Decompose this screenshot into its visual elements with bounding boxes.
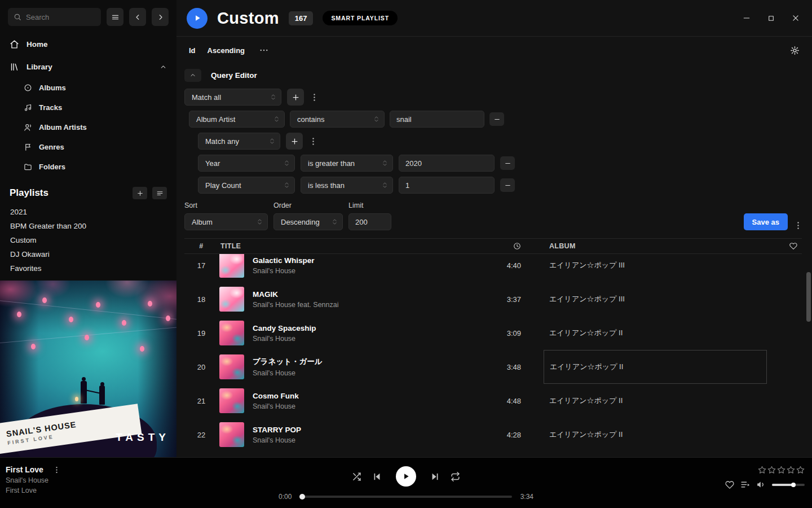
track-artist[interactable]: Snail's House <box>253 267 315 275</box>
root-match-select[interactable]: Match all <box>184 89 281 106</box>
nav-back-button[interactable] <box>129 8 146 26</box>
minimize-button[interactable] <box>743 14 751 22</box>
group-match-select[interactable]: Match any <box>198 133 280 150</box>
track-row[interactable]: 21 Cosmo Funk Snail's House 4:48 エイリアン☆ポ… <box>184 384 802 418</box>
add-group-rule-button[interactable] <box>286 133 303 150</box>
sidebar-item-albums[interactable]: Albums <box>0 78 176 98</box>
add-playlist-button[interactable] <box>133 187 147 199</box>
track-artist[interactable]: Snail's House <box>253 335 316 343</box>
order-select[interactable]: Descending <box>273 213 343 230</box>
remove-rule-button[interactable] <box>500 156 515 170</box>
star-icon[interactable] <box>787 466 795 474</box>
track-title[interactable]: プラネット・ガール <box>253 357 323 367</box>
sidebar-item-genres[interactable]: Genres <box>0 137 176 157</box>
maximize-button[interactable] <box>767 14 775 22</box>
seek-slider[interactable] <box>300 496 511 498</box>
sidebar-item-home[interactable]: Home <box>0 33 176 55</box>
column-header-duration[interactable] <box>474 242 524 250</box>
volume-knob[interactable] <box>791 483 796 487</box>
save-options-kebab-icon[interactable] <box>793 221 803 230</box>
shuffle-button[interactable] <box>352 472 361 481</box>
track-row[interactable]: 19 Candy Spaceship Snail's House 3:09 エイ… <box>184 316 802 350</box>
seek-knob[interactable] <box>299 494 305 500</box>
previous-track-button[interactable] <box>372 472 382 481</box>
play-pause-button[interactable] <box>396 466 416 487</box>
track-row[interactable]: 22 STARRY POP Snail's House 4:28 エイリアン☆ポ… <box>184 418 802 452</box>
column-header-title[interactable]: TITLE <box>218 242 474 250</box>
star-icon[interactable] <box>767 466 776 474</box>
column-header-number[interactable]: # <box>184 242 218 250</box>
track-title[interactable]: Galactic Whisper <box>253 256 315 265</box>
sidebar-item-album-artists[interactable]: Album Artists <box>0 117 176 137</box>
volume-slider[interactable] <box>772 484 805 486</box>
favorite-heart-button[interactable] <box>725 480 734 489</box>
search-input[interactable] <box>26 13 95 21</box>
add-rule-button[interactable] <box>287 89 304 106</box>
limit-input[interactable] <box>348 213 391 230</box>
now-playing-title[interactable]: First Love <box>6 465 43 474</box>
star-icon[interactable] <box>796 466 805 474</box>
track-title[interactable]: MAGIK <box>253 290 338 299</box>
rule-value-input[interactable] <box>399 177 495 194</box>
rule-value-input[interactable] <box>390 111 484 128</box>
track-options-kebab-icon[interactable] <box>52 466 61 474</box>
scrollbar-thumb[interactable] <box>806 272 811 322</box>
now-playing-album[interactable]: First Love <box>6 487 61 494</box>
next-track-button[interactable] <box>430 472 440 481</box>
settings-gear-icon[interactable] <box>790 46 800 55</box>
track-artist[interactable]: Snail's House <box>253 369 323 377</box>
sidebar-item-library[interactable]: Library <box>0 55 176 78</box>
volume-icon[interactable] <box>756 480 766 489</box>
sidebar-item-folders[interactable]: Folders <box>0 157 176 177</box>
track-title[interactable]: Cosmo Funk <box>253 392 299 400</box>
menu-button[interactable] <box>107 8 123 26</box>
track-artist[interactable]: Snail's House <box>253 402 299 410</box>
rule-value-input[interactable] <box>399 155 495 172</box>
rule-operator-select[interactable]: is less than <box>301 177 393 194</box>
rule-operator-select[interactable]: is greater than <box>301 155 393 172</box>
play-playlist-button[interactable] <box>187 8 208 29</box>
playlist-item-bpm[interactable]: BPM Greater than 200 <box>0 219 176 233</box>
track-album[interactable]: エイリアン☆ポップ III <box>544 254 767 282</box>
star-icon[interactable] <box>758 466 766 474</box>
group-options-kebab-icon[interactable] <box>310 93 319 102</box>
track-row[interactable]: 17 Galactic Whisper Snail's House 4:40 エ… <box>184 254 802 282</box>
rule-field-select[interactable]: Year <box>198 155 295 172</box>
collapse-query-editor-button[interactable] <box>184 69 201 82</box>
sort-select[interactable]: Album <box>184 213 268 230</box>
group-options-kebab-icon[interactable] <box>308 137 318 146</box>
more-options-icon[interactable] <box>259 45 269 55</box>
playlist-item-2021[interactable]: 2021 <box>0 205 176 219</box>
track-title[interactable]: STARRY POP <box>253 426 301 434</box>
sort-field-button[interactable]: Id <box>189 46 196 55</box>
sort-order-button[interactable]: Ascending <box>208 46 245 55</box>
now-playing-artwork[interactable]: SNAIL'S HOUSE FIRST LOVE TASTY <box>0 281 176 457</box>
remove-rule-button[interactable] <box>500 178 515 192</box>
remove-rule-button[interactable] <box>489 112 504 126</box>
track-artist[interactable]: Snail's House <box>253 436 301 444</box>
track-album[interactable]: エイリアン☆ポップ II <box>544 418 767 452</box>
track-album[interactable]: エイリアン☆ポップ II <box>544 384 767 418</box>
track-album[interactable]: エイリアン☆ポップ II <box>544 316 767 350</box>
close-button[interactable] <box>792 14 800 22</box>
column-header-favorite[interactable] <box>767 242 802 250</box>
track-album[interactable]: エイリアン☆ポップ III <box>544 282 767 316</box>
queue-button[interactable] <box>740 480 750 489</box>
playlist-item-dj-okawari[interactable]: DJ Okawari <box>0 247 176 261</box>
column-header-album[interactable]: ALBUM <box>524 242 767 250</box>
track-title[interactable]: Candy Spaceship <box>253 324 316 332</box>
rule-operator-select[interactable]: contains <box>290 111 385 128</box>
search-box[interactable] <box>8 8 101 26</box>
repeat-button[interactable] <box>451 472 460 481</box>
rule-field-select[interactable]: Play Count <box>198 177 295 194</box>
track-album-focused-cell[interactable]: エイリアン☆ポップ II <box>544 350 767 384</box>
star-icon[interactable] <box>777 466 785 474</box>
track-row[interactable]: 20 プラネット・ガール Snail's House 3:48 エイリアン☆ポッ… <box>184 350 802 384</box>
playlist-item-favorites[interactable]: Favorites <box>0 261 176 275</box>
track-artist[interactable]: Snail's House feat. Sennzai <box>253 301 338 309</box>
playlist-list-button[interactable] <box>152 187 167 199</box>
rule-field-select[interactable]: Album Artist <box>189 111 285 128</box>
save-as-button[interactable]: Save as <box>744 213 788 230</box>
nav-forward-button[interactable] <box>152 8 169 26</box>
now-playing-artist[interactable]: Snail's House <box>6 476 61 484</box>
